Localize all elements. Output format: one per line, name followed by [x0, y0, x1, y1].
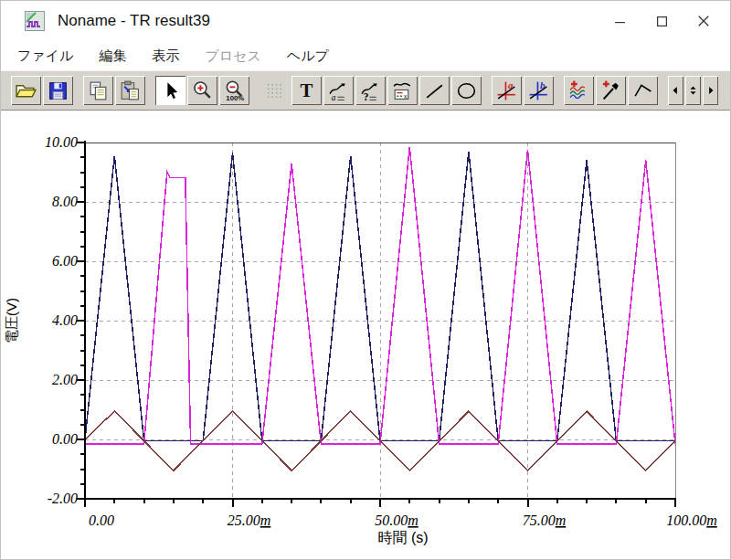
app-window: Noname - TR result39 ファイル編集表示プロセスヘルプ 100… [0, 0, 731, 560]
triangle-left-icon [670, 80, 682, 100]
menu-item-help[interactable]: ヘルプ [274, 41, 342, 70]
zoom-100-button[interactable]: 100% [218, 75, 250, 106]
paste-button[interactable] [114, 75, 146, 106]
ellipse-icon [455, 79, 478, 102]
x-tick-label: 50.00m [375, 512, 418, 528]
line-icon [423, 79, 446, 102]
svg-text:a: a [508, 79, 514, 90]
y-tick-label: 0.00 [52, 431, 78, 447]
copy-button[interactable] [82, 75, 114, 106]
add-point-button[interactable] [595, 75, 627, 106]
svg-text:100%: 100% [226, 94, 244, 102]
chart-canvas: -2.000.002.004.006.008.0010.000.0025.00m… [1, 111, 731, 560]
cursor-a-button[interactable]: a [491, 75, 523, 106]
dropper-plus-icon [599, 79, 622, 102]
minimize-icon [614, 16, 626, 27]
cursor-arrow-icon [159, 79, 182, 102]
y-tick-label: 6.00 [52, 253, 78, 269]
chart-area: -2.000.002.004.006.008.0010.000.0025.00m… [1, 111, 730, 560]
angle-line-icon [631, 79, 654, 102]
text-tool-icon: T [295, 79, 318, 102]
menu-item-file[interactable]: ファイル [5, 41, 86, 70]
crosshair-b-icon: b [527, 79, 550, 102]
page-prev-button[interactable] [667, 75, 684, 106]
svg-text:x: x [404, 92, 408, 99]
zoom-in-button[interactable] [186, 75, 218, 106]
magnifier-minus-icon: 100% [223, 79, 246, 102]
y-tick-label: 10.00 [45, 134, 78, 150]
curve-legend-icon: x [391, 79, 414, 102]
page-next-button[interactable] [702, 75, 719, 106]
x-tick-label: 25.00m [228, 512, 271, 528]
minimize-button[interactable] [599, 6, 641, 36]
y-tick-label: 8.00 [52, 194, 78, 209]
svg-text:T: T [301, 79, 313, 101]
save-floppy-icon [47, 79, 69, 102]
paste-icon [119, 79, 142, 102]
crosshair-a-icon: a [495, 79, 518, 102]
svg-text:?: ? [364, 91, 369, 102]
x-axis-title: 時間 (s) [377, 530, 428, 545]
toolbar: 100%Ta?xab [1, 70, 730, 111]
y-tick-label: -2.00 [48, 491, 78, 506]
waves-plus-icon [567, 79, 590, 102]
menu-bar: ファイル編集表示プロセスヘルプ [1, 41, 730, 70]
angle-button[interactable] [627, 75, 659, 106]
folder-open-icon [15, 79, 37, 102]
x-tick-label: 0.00 [89, 512, 114, 528]
add-curves-button[interactable] [563, 75, 595, 106]
close-icon [697, 15, 710, 27]
x-tick-label: 100.00m [666, 512, 717, 528]
grid-button [259, 75, 291, 106]
spinner-up-down-icon [687, 80, 699, 100]
save-button[interactable] [42, 75, 74, 106]
window-title: Noname - TR result39 [58, 12, 599, 30]
maximize-icon [656, 16, 668, 27]
menu-item-view[interactable]: 表示 [139, 41, 192, 70]
close-button[interactable] [683, 6, 725, 36]
magnifier-plus-icon [191, 79, 214, 102]
waveform-app-icon [25, 11, 45, 31]
svg-text:b: b [540, 79, 546, 90]
legend-button[interactable]: x [387, 75, 418, 106]
menu-item-process: プロセス [192, 41, 273, 70]
select-button[interactable] [154, 75, 186, 106]
grid-dots-icon [263, 79, 286, 102]
text-button[interactable]: T [291, 75, 323, 106]
title-bar: Noname - TR result39 [1, 1, 730, 41]
y-tick-label: 2.00 [52, 372, 78, 387]
page-spin-button[interactable] [684, 75, 702, 106]
curve-arrow-question-icon: ? [359, 79, 382, 102]
maximize-button[interactable] [641, 6, 683, 36]
curve-label-auto-button[interactable]: ? [355, 75, 387, 106]
y-axis-title: 電圧(V) [4, 298, 19, 343]
menu-item-edit[interactable]: 編集 [86, 41, 139, 70]
cursor-b-button[interactable]: b [523, 75, 555, 106]
curve-arrow-a-icon: a [327, 79, 350, 102]
x-tick-label: 75.00m [523, 512, 567, 528]
triangle-right-icon [705, 80, 716, 100]
copy-icon [87, 79, 110, 102]
y-tick-label: 4.00 [52, 312, 78, 328]
draw-line-button[interactable] [418, 75, 450, 106]
open-button[interactable] [10, 75, 42, 106]
draw-ellipse-button[interactable] [450, 75, 482, 106]
curve-label-a-button[interactable]: a [323, 75, 355, 106]
svg-text:a: a [332, 93, 336, 102]
